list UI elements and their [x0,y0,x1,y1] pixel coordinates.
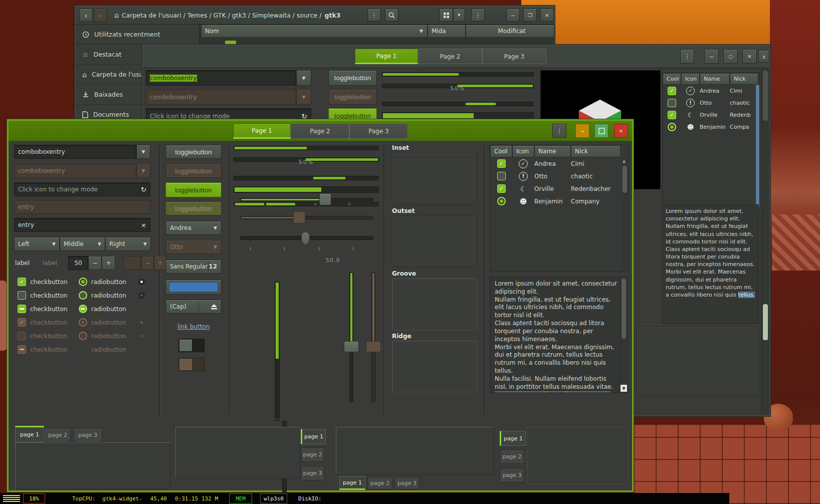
table-row[interactable]: ☻ Benjamin Compa [663,121,759,133]
nav-forward-button[interactable]: › [94,9,107,22]
gtk4-togglebutton-active[interactable]: togglebutton [165,182,222,197]
row-checkbox-checked[interactable]: ✓ [497,159,506,168]
maximize-button[interactable]: ▢ [723,49,738,64]
tab-page3[interactable]: page 3 [301,466,324,480]
gtk4-vertical-scale[interactable] [341,272,361,402]
row-checkbox-checked[interactable]: ✓ [668,87,676,95]
gtk4-link-button[interactable]: link button [165,322,222,332]
scrollbar-thumb[interactable] [763,71,768,121]
scroll-down-button[interactable]: ▼ [621,385,627,392]
path-menu-button[interactable]: ⋮ [367,9,381,22]
table-row[interactable]: ✓ ✓ Andrea Cimi [490,157,629,170]
gtk3-comboboxentry[interactable]: comboboxentry ▼ [146,70,311,86]
textview-scrollbar[interactable]: ▼ [620,277,628,392]
combo-left[interactable]: Left▼ [14,237,60,251]
minimize-button[interactable]: – [575,124,589,138]
tab-page3[interactable]: page 3 [500,468,524,482]
scale-handle[interactable] [301,232,310,245]
tab-page1[interactable]: page 1 [339,476,365,490]
clear-icon[interactable]: × [141,221,146,229]
sidebar-item-recent[interactable]: Utilitzats recentment [75,25,199,45]
pane-separator[interactable] [229,145,230,415]
tree-column-icon[interactable]: Icon [681,73,700,85]
tab-page1[interactable]: Page 1 [355,49,418,64]
table-row[interactable]: ☻ Benjamin Company [490,195,629,207]
tree-scrollbar[interactable]: ▲ [622,158,628,271]
table-row[interactable]: ✓ ☾ Orville Redenb [663,109,759,121]
checkbutton-checked[interactable]: ✓ [18,278,26,286]
tree-column-name[interactable]: Name [700,73,730,85]
minimize-button[interactable]: – [506,9,520,22]
tree-column-cool[interactable]: Cool [663,73,681,85]
checkbutton-unchecked[interactable] [18,291,26,300]
window-menu-button[interactable]: ⋮ [471,9,485,22]
pane-separator[interactable] [159,145,160,415]
gtk4-icon-entry[interactable]: Click icon to change mode ↻ [14,182,150,196]
column-header-size[interactable]: Mida [428,25,466,38]
panel-close-button[interactable]: x [758,50,769,63]
row-checkbox-unchecked[interactable] [497,172,506,180]
menu-button[interactable]: ⋮ [552,124,566,138]
tree-column-nick[interactable]: Nick [571,145,621,157]
gtk4-font-button[interactable]: Sans Regular 12 [165,260,222,274]
table-row[interactable]: ✓ ☾ Orville Redenbacher [490,182,629,195]
minimize-button[interactable]: – [704,49,719,64]
row-radio-selected[interactable] [497,197,506,205]
tree-column-cool[interactable]: Cool [490,145,512,157]
tree-column-name[interactable]: Name [534,145,571,157]
column-header-name[interactable]: Nom▼ [201,25,428,38]
table-row[interactable]: ✓ ✓ Andrea Cimi [663,85,759,97]
tab-page3[interactable]: Page 3 [482,49,546,64]
combo-right[interactable]: Right▼ [105,237,151,251]
gtk4-scale-marks[interactable] [240,232,373,252]
tab-page2[interactable]: page 2 [301,447,324,462]
row-radio-selected[interactable] [668,123,676,131]
gtk3-textview[interactable]: Lorem ipsum dolor sit amet, consectetur … [662,204,759,324]
checkbutton-indeterminate[interactable] [18,305,26,313]
table-row[interactable]: ! Otto chaotic [490,170,629,182]
spin-value[interactable]: 50 [68,256,88,270]
gtk3-togglebutton[interactable]: togglebutton [328,70,377,86]
tree-column-nick[interactable]: Nick [730,73,758,85]
tab-page1[interactable]: Page 1 [233,123,291,139]
view-options-dropdown[interactable]: ▼ [453,9,465,22]
mini-radio-selected[interactable] [138,279,145,285]
tab-page3[interactable]: page 3 [73,428,102,442]
row-checkbox-checked[interactable]: ✓ [668,111,676,119]
maximize-button[interactable]: ❐ [523,9,537,22]
breadcrumb[interactable]: ⌂ Carpeta de l'usuari / Temes / GTK / gt… [114,6,340,24]
radiobutton-unselected[interactable] [79,291,87,300]
tab-page1[interactable]: page 1 [15,426,44,442]
gtk4-headerbar[interactable]: Page 1 Page 2 Page 3 ⋮ – × [9,121,632,141]
tree-column-icon[interactable]: Icon [512,145,534,157]
nav-back-button[interactable]: ‹ [79,9,93,22]
tab-page2[interactable]: Page 2 [418,49,482,64]
tab-page2[interactable]: page 2 [44,428,71,442]
tab-page2[interactable]: page 2 [500,449,524,464]
radiobutton-selected[interactable] [79,278,87,286]
scrollbar-thumb[interactable] [623,166,627,193]
menu-button[interactable]: ⋮ [680,49,694,64]
row-checkbox-checked[interactable]: ✓ [497,184,506,193]
column-header-modified[interactable]: Modificat [466,25,554,38]
spinbutton[interactable]: 50 − + [68,256,115,270]
gtk4-appchooser-button[interactable]: (Cap) [165,300,222,314]
scale-handle[interactable] [344,341,359,352]
spin-plus-button[interactable]: + [102,256,115,270]
tab-page2[interactable]: Page 2 [291,123,349,139]
gtk4-name-combo[interactable]: Andrea▼ [165,221,222,235]
gtk3-right-scrollbar[interactable] [761,69,769,414]
grid-view-button[interactable] [439,9,453,22]
radiobutton-indeterminate[interactable] [79,305,87,313]
pane-separator[interactable] [484,145,485,415]
gtk4-scale[interactable] [240,193,373,205]
pane-separator[interactable] [383,145,384,415]
row-checkbox-unchecked[interactable] [668,99,676,107]
tree-scrollbar[interactable] [756,85,759,208]
gtk4-entry[interactable]: entry × [14,218,150,232]
search-button[interactable] [385,9,398,22]
refresh-icon[interactable]: ↻ [141,186,146,193]
gtk3-headerbar[interactable]: Page 1 Page 2 Page 3 ⋮ – ▢ × x [143,45,770,68]
scrollbar-thumb[interactable] [622,279,626,339]
mini-radio-unselected[interactable] [138,292,145,299]
